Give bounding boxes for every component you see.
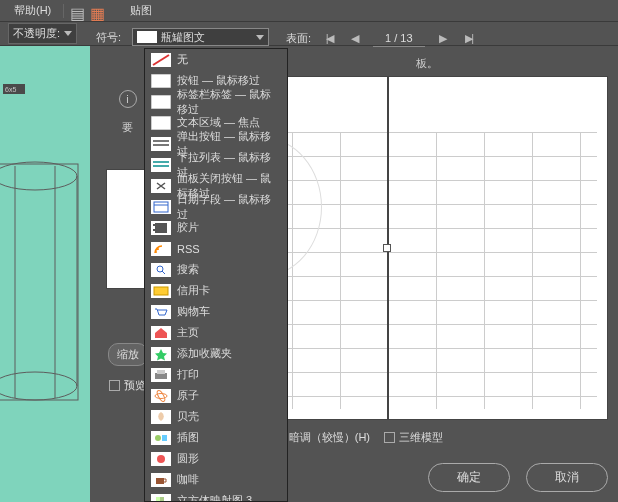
dropdown-item-label: 胶片 xyxy=(177,220,199,235)
dropdown-item[interactable]: 贝壳 xyxy=(145,406,287,427)
dropdown-item[interactable]: 信用卡 xyxy=(145,280,287,301)
print-icon xyxy=(151,368,171,382)
atom-icon xyxy=(151,389,171,403)
tab-label: 贴图 xyxy=(130,3,152,18)
svg-rect-54 xyxy=(160,497,164,501)
svg-rect-12 xyxy=(151,95,171,109)
svg-point-0 xyxy=(0,162,77,190)
shell-icon xyxy=(151,410,171,424)
nav-last-icon[interactable]: ▶| xyxy=(461,31,477,47)
opacity-label: 不透明度: xyxy=(13,26,60,41)
handle-icon[interactable] xyxy=(383,244,391,252)
info-hint: 要 xyxy=(122,120,133,135)
svg-point-46 xyxy=(155,435,161,441)
info-icon[interactable]: i xyxy=(119,90,137,108)
dropdown-item[interactable]: 咖啡 xyxy=(145,469,287,490)
doc-icon[interactable]: ▤ xyxy=(70,4,84,18)
menu-bar: 帮助(H) ▤ ▦ 贴图 xyxy=(0,0,618,22)
svg-rect-40 xyxy=(157,370,165,374)
dropdown-item-label: 无 xyxy=(177,52,188,67)
dropdown-item-label: 主页 xyxy=(177,325,199,340)
dropdown-item-label: 贝壳 xyxy=(177,409,199,424)
nav-first-icon[interactable]: |◀ xyxy=(321,31,337,47)
card-icon xyxy=(151,284,171,298)
dropdown-item-label: 咖啡 xyxy=(177,472,199,487)
white-icon xyxy=(151,74,171,88)
zoom-button[interactable]: 缩放 xyxy=(108,343,148,366)
dropdown-item-label: 圆形 xyxy=(177,451,199,466)
dropdown-item[interactable]: 搜索 xyxy=(145,259,287,280)
dropdown-item-label: 原子 xyxy=(177,388,199,403)
svg-rect-35 xyxy=(151,305,171,319)
svg-rect-11 xyxy=(151,74,171,88)
svg-rect-25 xyxy=(155,223,167,233)
nav-prev-icon[interactable]: ◀ xyxy=(347,31,363,47)
dropdown-item[interactable]: 购物车 xyxy=(145,301,287,322)
ok-button[interactable]: 确定 xyxy=(428,463,510,492)
white-icon xyxy=(151,116,171,130)
preview-cb-label: 预览 xyxy=(124,378,146,393)
thumb-slot[interactable] xyxy=(106,169,150,289)
threed-checkbox-row[interactable]: 三维模型 xyxy=(384,430,443,445)
checkbox-icon[interactable] xyxy=(384,432,395,443)
dropdown-item[interactable]: 标签栏标签 — 鼠标移过 xyxy=(145,91,287,112)
menu-divider xyxy=(63,4,64,18)
symbol-selected: 瓶罐图文 xyxy=(161,30,256,45)
dropdown-item[interactable]: 原子 xyxy=(145,385,287,406)
dropdown-item-label: 日期字段 — 鼠标移过 xyxy=(177,192,281,222)
close-icon xyxy=(151,179,171,193)
svg-rect-30 xyxy=(151,263,171,277)
svg-rect-34 xyxy=(154,287,168,295)
dropdown-item[interactable]: 圆形 xyxy=(145,448,287,469)
dropdown-item[interactable]: RSS xyxy=(145,238,287,259)
grid-icon[interactable]: ▦ xyxy=(90,4,104,18)
svg-rect-19 xyxy=(153,165,169,167)
checkbox-icon[interactable] xyxy=(109,380,120,391)
wireframe: 6x5 xyxy=(0,46,90,502)
svg-point-1 xyxy=(0,372,77,400)
calendar-icon xyxy=(151,200,171,214)
svg-rect-53 xyxy=(156,497,160,501)
cancel-button[interactable]: 取消 xyxy=(526,463,608,492)
dropdown-item-label: 添加收藏夹 xyxy=(177,346,232,361)
star-icon xyxy=(151,347,171,361)
dropdown-item[interactable]: 打印 xyxy=(145,364,287,385)
dropdown-item-label: 打印 xyxy=(177,367,199,382)
surface-nav: 表面: |◀ ◀ 1 / 13 ▶ ▶| xyxy=(286,30,477,47)
dropdown-item[interactable]: 无 xyxy=(145,49,287,70)
slash-icon xyxy=(151,53,171,67)
svg-rect-27 xyxy=(153,229,155,231)
home-icon xyxy=(151,326,171,340)
symbol-select[interactable]: 瓶罐图文 xyxy=(132,28,269,46)
surface-label: 表面: xyxy=(286,31,311,46)
svg-rect-51 xyxy=(156,478,164,484)
dropdown-item-label: RSS xyxy=(177,243,200,255)
dropdown-item[interactable]: 添加收藏夹 xyxy=(145,343,287,364)
film-icon xyxy=(151,221,171,235)
cube-icon xyxy=(151,494,171,503)
svg-rect-16 xyxy=(153,144,169,146)
dropdown-item[interactable]: 插图 xyxy=(145,427,287,448)
dropdown-item-label: 搜索 xyxy=(177,262,199,277)
svg-rect-13 xyxy=(151,116,171,130)
viewport-3d[interactable]: 6x5 xyxy=(0,46,90,502)
preview-checkbox-row[interactable]: 预览 xyxy=(109,378,146,393)
svg-rect-26 xyxy=(153,224,155,226)
search-icon xyxy=(151,263,171,277)
svg-rect-6 xyxy=(0,164,78,400)
symbol-dropdown-list[interactable]: 无按钮 — 鼠标移过标签栏标签 — 鼠标移过文本区域 — 焦点弹出按钮 — 鼠标… xyxy=(144,48,288,502)
dropdown-item[interactable]: 日期字段 — 鼠标移过 xyxy=(145,196,287,217)
opacity-dropdown[interactable]: 不透明度: xyxy=(8,23,77,44)
chevron-down-icon xyxy=(64,31,72,36)
nav-next-icon[interactable]: ▶ xyxy=(435,31,451,47)
coffee-icon xyxy=(151,473,171,487)
dropdown-item[interactable]: 主页 xyxy=(145,322,287,343)
threed-label: 三维模型 xyxy=(399,430,443,445)
cart-icon xyxy=(151,305,171,319)
menu-help[interactable]: 帮助(H) xyxy=(8,1,57,20)
dropdown-item[interactable]: 立方体映射图 3 xyxy=(145,490,287,502)
dropdown-item-label: 购物车 xyxy=(177,304,210,319)
rss-icon xyxy=(151,242,171,256)
svg-point-49 xyxy=(157,455,165,463)
illust-icon xyxy=(151,431,171,445)
